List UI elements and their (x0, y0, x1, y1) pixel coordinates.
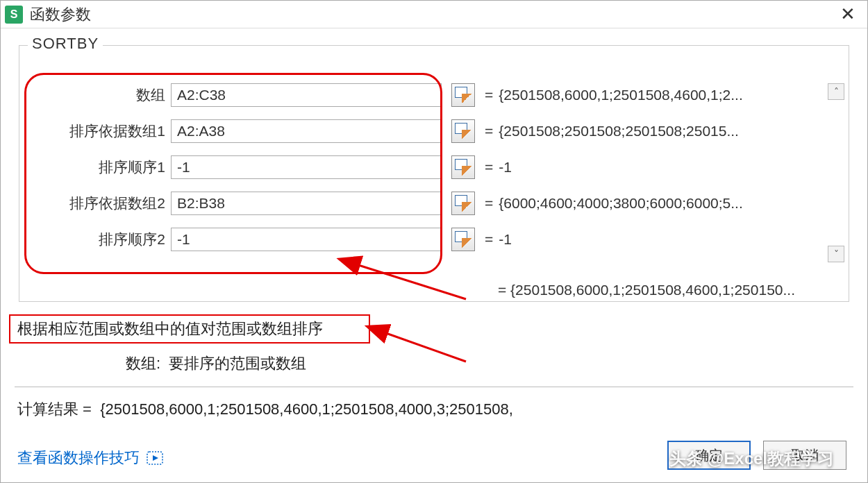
cancel-button[interactable]: 取消 (763, 441, 846, 470)
arg-row-byarray2: 排序依据数组2 ={6000;4600;4000;3800;6000;6000;… (33, 190, 849, 217)
byarray1-input[interactable] (171, 119, 442, 143)
play-icon (147, 451, 163, 465)
window-title: 函数参数 (30, 4, 91, 25)
arg-label: 数组 (33, 85, 171, 105)
range-selector-icon[interactable] (451, 155, 475, 179)
arg-preview: =-1 (485, 159, 512, 176)
help-link[interactable]: 查看函数操作技巧 (17, 448, 163, 468)
arg-label: 排序顺序1 (33, 158, 171, 177)
order1-input[interactable] (171, 155, 442, 179)
arg-row-byarray1: 排序依据数组1 ={2501508;2501508;2501508;25015.… (33, 118, 849, 144)
titlebar: S 函数参数 ✕ (1, 1, 867, 28)
range-selector-icon[interactable] (451, 119, 475, 143)
function-result-preview: = {2501508,6000,1;2501508,4600,1;250150.… (498, 282, 795, 298)
arg-preview: =-1 (485, 231, 512, 248)
argument-description: 数组: 要排序的范围或数组 (126, 353, 306, 374)
byarray2-input[interactable] (171, 192, 442, 215)
close-button[interactable]: ✕ (834, 3, 862, 25)
array-input[interactable] (171, 83, 442, 107)
calc-result: 计算结果 = {2501508,6000,1;2501508,4600,1;25… (17, 399, 513, 420)
scroll-down-button[interactable]: ˅ (828, 246, 844, 262)
range-selector-icon[interactable] (451, 192, 475, 215)
function-name: SORTBY (28, 35, 103, 53)
svg-line-5 (384, 332, 466, 362)
arg-row-order2: 排序顺序2 =-1 (33, 226, 849, 253)
scroll-up-button[interactable]: ˄ (828, 83, 844, 100)
arg-row-array: 数组 ={2501508,6000,1;2501508,4600,1;2... (33, 82, 849, 108)
divider (15, 387, 853, 387)
arg-label: 排序依据数组1 (33, 121, 171, 141)
app-icon: S (5, 6, 23, 24)
annotation-arrow-icon (376, 327, 473, 372)
arg-label: 排序顺序2 (33, 230, 171, 249)
arg-preview: ={2501508;2501508;2501508;25015... (485, 123, 739, 139)
function-description: 根据相应范围或数组中的值对范围或数组排序 (17, 319, 323, 339)
arg-preview: ={2501508,6000,1;2501508,4600,1;2... (485, 87, 743, 103)
arg-preview: ={6000;4600;4000;3800;6000;6000;5... (485, 195, 743, 212)
order2-input[interactable] (171, 228, 442, 251)
range-selector-icon[interactable] (451, 83, 475, 107)
range-selector-icon[interactable] (451, 228, 475, 251)
arg-row-order1: 排序顺序1 =-1 (33, 154, 849, 180)
ok-button[interactable]: 确定 (667, 441, 751, 470)
arg-label: 排序依据数组2 (33, 194, 171, 213)
arguments-fieldset: SORTBY 数组 ={2501508,6000,1;2501508,4600,… (19, 45, 849, 302)
svg-marker-1 (153, 455, 158, 461)
